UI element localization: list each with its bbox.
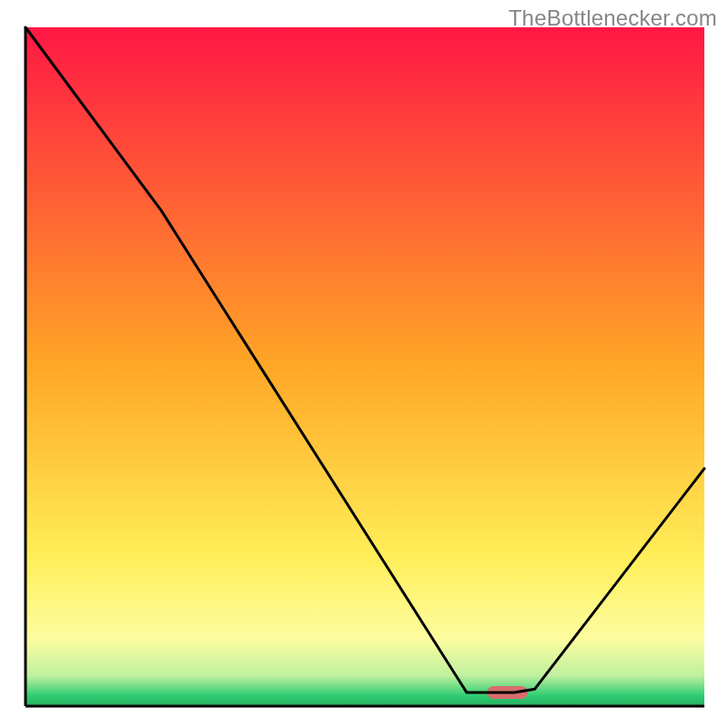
chart-container: TheBottlenecker.com [0,0,728,728]
watermark-text: TheBottlenecker.com [509,5,717,31]
bottleneck-chart [0,0,728,728]
plot-background [25,27,704,706]
